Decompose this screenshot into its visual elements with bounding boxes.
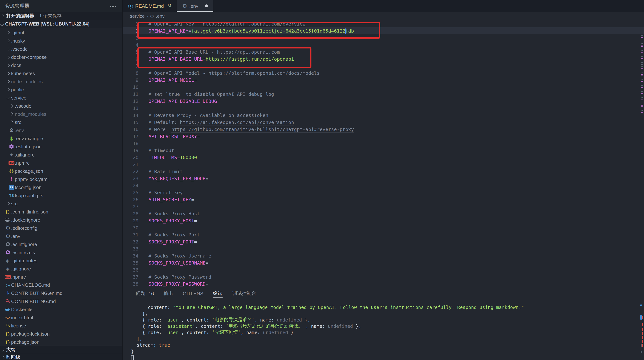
code-line-1[interactable]: 1# OpenAI API Key - https://platform.ope… bbox=[122, 20, 644, 27]
code-line-23[interactable]: 23MAX_REQUEST_PER_HOUR= bbox=[122, 175, 644, 182]
code-line-26[interactable]: 26AUTH_SECRET_KEY= bbox=[122, 196, 644, 203]
url-link[interactable]: https://platform.openai.com/overview bbox=[203, 21, 306, 27]
tree-item-package.json[interactable]: {}package.json bbox=[0, 167, 122, 175]
tree-item-.env.example[interactable]: $.env.example bbox=[0, 134, 122, 142]
code-editor[interactable]: 1# OpenAI API Key - https://platform.ope… bbox=[122, 20, 644, 287]
explorer-more-actions-icon[interactable]: ••• bbox=[110, 4, 117, 9]
tree-item-.commitlintrc.json[interactable]: {}.commitlintrc.json bbox=[0, 208, 122, 216]
code-line-13[interactable]: 13 bbox=[122, 105, 644, 112]
panel-tab-output[interactable]: 输出 bbox=[164, 287, 173, 300]
code-line-10[interactable]: 10 bbox=[122, 84, 644, 91]
url-link[interactable]: https://ai.fakeopen.com/api/conversation bbox=[180, 119, 294, 125]
code-line-37[interactable]: 37# Socks Proxy Password bbox=[122, 273, 644, 281]
tree-item-.gitattributes[interactable]: ◈.gitattributes bbox=[0, 256, 122, 265]
workspace-root-folder[interactable]: CHATGPT-WEB [WSL: UBUNTU-22.04] bbox=[0, 20, 122, 28]
tree-item-CONTRIBUTING.en.md[interactable]: ↓CONTRIBUTING.en.md bbox=[0, 289, 122, 297]
tree-item-package.json[interactable]: {}package.json bbox=[0, 338, 122, 346]
code-line-29[interactable]: 29SOCKS_PROXY_HOST= bbox=[122, 217, 644, 224]
timeline-section[interactable]: 时间线 bbox=[0, 354, 122, 360]
tree-item-tsconfig.json[interactable]: TStsconfig.json bbox=[0, 183, 122, 191]
tree-item-.eslintrc.json[interactable]: .eslintrc.json bbox=[0, 142, 122, 151]
code-line-5[interactable]: 5# OpenAI API Base URL - https://api.ope… bbox=[122, 48, 644, 55]
tab-env[interactable]: ⚙ .env bbox=[177, 0, 214, 12]
panel-tab-debug-console[interactable]: 调试控制台 bbox=[232, 287, 256, 300]
breadcrumb-folder[interactable]: service bbox=[130, 13, 144, 19]
code-line-32[interactable]: 32SOCKS_PROXY_PORT= bbox=[122, 238, 644, 245]
tab-readme[interactable]: i README.md M bbox=[122, 0, 177, 12]
code-line-7[interactable]: 7 bbox=[122, 62, 644, 69]
tree-item-kubernetes[interactable]: kubernetes bbox=[0, 69, 122, 77]
code-line-38[interactable]: 38SOCKS_PROXY_PASSWORD= bbox=[122, 281, 644, 287]
breadcrumb-file[interactable]: .env bbox=[156, 13, 164, 19]
code-line-8[interactable]: 8# OpenAI API Model - https://platform.o… bbox=[122, 69, 644, 77]
tree-item-.dockerignore[interactable]: .dockerignore bbox=[0, 216, 122, 224]
tree-item-.npmrc[interactable]: npm.npmrc bbox=[0, 273, 122, 281]
outline-section[interactable]: 大纲 bbox=[0, 346, 122, 354]
tree-item-.eslintignore[interactable]: .eslintignore bbox=[0, 240, 122, 248]
code-line-20[interactable]: 20TIMEOUT_MS=100000 bbox=[122, 154, 644, 161]
code-line-25[interactable]: 25# Secret key bbox=[122, 189, 644, 196]
tree-item-.gitignore[interactable]: ◈.gitignore bbox=[0, 265, 122, 273]
tree-item-.vscode[interactable]: .vscode bbox=[0, 102, 122, 110]
code-line-16[interactable]: 16# More: https://github.com/transitive-… bbox=[122, 126, 644, 133]
tree-item-.vscode[interactable]: .vscode bbox=[0, 45, 122, 53]
tree-item-docker-compose[interactable]: docker-compose bbox=[0, 53, 122, 61]
tree-item-.github[interactable]: .github bbox=[0, 28, 122, 37]
tree-item-.env[interactable]: ⚙.env bbox=[0, 126, 122, 134]
code-line-24[interactable]: 24 bbox=[122, 182, 644, 189]
minimap[interactable] bbox=[641, 20, 644, 287]
tree-item-index.html[interactable]: <>index.html bbox=[0, 313, 122, 322]
unsaved-dot-icon[interactable] bbox=[205, 4, 208, 7]
url-link[interactable]: https://api.openai.com bbox=[217, 49, 280, 55]
code-line-2[interactable]: 2OPENAI_API_KEY=fastgpt-y6b3axfbdd5wyp01… bbox=[122, 27, 644, 34]
tree-item-node_modules[interactable]: node_modules bbox=[0, 77, 122, 85]
tree-item-pnpm-lock.yaml[interactable]: !pnpm-lock.yaml bbox=[0, 175, 122, 183]
tree-item-CHANGELOG.md[interactable]: ◷CHANGELOG.md bbox=[0, 281, 122, 289]
code-line-22[interactable]: 22# Rate Limit bbox=[122, 168, 644, 175]
tree-item-.editorconfig[interactable]: ⚙.editorconfig bbox=[0, 224, 122, 232]
tree-item-src[interactable]: src bbox=[0, 199, 122, 208]
code-line-27[interactable]: 27 bbox=[122, 203, 644, 210]
panel-tab-gitlens[interactable]: GITLENS bbox=[183, 287, 203, 300]
code-line-34[interactable]: 34# Socks Proxy Username bbox=[122, 252, 644, 259]
code-line-17[interactable]: 17API_REVERSE_PROXY= bbox=[122, 133, 644, 140]
code-line-3[interactable]: 3 bbox=[122, 34, 644, 41]
code-line-14[interactable]: 14# Reverse Proxy - Available on accessT… bbox=[122, 112, 644, 119]
open-editors-section[interactable]: 打开的编辑器 1 个未保存 bbox=[0, 12, 122, 20]
tree-item-Dockerfile[interactable]: Dockerfile bbox=[0, 305, 122, 313]
tree-item-src[interactable]: src bbox=[0, 118, 122, 126]
tree-item-.npmrc[interactable]: npm.npmrc bbox=[0, 159, 122, 167]
tree-item-.env[interactable]: ⚙.env bbox=[0, 232, 122, 240]
tree-item-docs[interactable]: docs bbox=[0, 61, 122, 69]
tree-item-package-lock.json[interactable]: {}package-lock.json bbox=[0, 330, 122, 338]
tree-item-.gitignore[interactable]: ◈.gitignore bbox=[0, 151, 122, 159]
tree-item-.husky[interactable]: .husky bbox=[0, 37, 122, 45]
code-line-31[interactable]: 31# Socks Proxy Port bbox=[122, 231, 644, 238]
tree-item-CONTRIBUTING.md[interactable]: CONTRIBUTING.md bbox=[0, 297, 122, 305]
code-line-18[interactable]: 18 bbox=[122, 140, 644, 147]
code-line-35[interactable]: 35SOCKS_PROXY_USERNAME= bbox=[122, 259, 644, 266]
code-line-6[interactable]: 6OPENAI_API_BASE_URL=https://fastgpt.run… bbox=[122, 55, 644, 62]
code-line-36[interactable]: 36 bbox=[122, 266, 644, 273]
tree-item-node_modules[interactable]: node_modules bbox=[0, 110, 122, 118]
terminal-output[interactable]: content: "You are ChatGPT, a large langu… bbox=[131, 304, 636, 360]
url-link[interactable]: https://platform.openai.com/docs/models bbox=[208, 70, 320, 76]
tree-item-.eslintrc.cjs[interactable]: .eslintrc.cjs bbox=[0, 248, 122, 256]
url-link[interactable]: https://fastgpt.run/api/openapi bbox=[206, 56, 294, 62]
code-line-21[interactable]: 21 bbox=[122, 161, 644, 168]
code-line-15[interactable]: 15# Default: https://ai.fakeopen.com/api… bbox=[122, 119, 644, 126]
code-line-9[interactable]: 9OPENAI_API_MODEL= bbox=[122, 77, 644, 84]
code-line-11[interactable]: 11# set `true` to disable OpenAI API deb… bbox=[122, 91, 644, 98]
tree-item-tsup.config.ts[interactable]: TStsup.config.ts bbox=[0, 191, 122, 199]
panel-tab-terminal[interactable]: 终端 bbox=[213, 287, 222, 300]
code-line-28[interactable]: 28# Socks Proxy Host bbox=[122, 210, 644, 217]
code-line-30[interactable]: 30 bbox=[122, 224, 644, 231]
tree-item-service[interactable]: service bbox=[0, 94, 122, 102]
tree-item-license[interactable]: license bbox=[0, 322, 122, 330]
url-link[interactable]: https://github.com/transitive-bullshit/c… bbox=[171, 126, 354, 132]
panel-tab-problems[interactable]: 问题 16 bbox=[136, 287, 154, 300]
code-line-4[interactable]: 4 bbox=[122, 41, 644, 48]
tree-item-public[interactable]: public bbox=[0, 85, 122, 94]
code-line-19[interactable]: 19# timeout bbox=[122, 147, 644, 154]
code-line-12[interactable]: 12OPENAI_API_DISABLE_DEBUG= bbox=[122, 98, 644, 105]
